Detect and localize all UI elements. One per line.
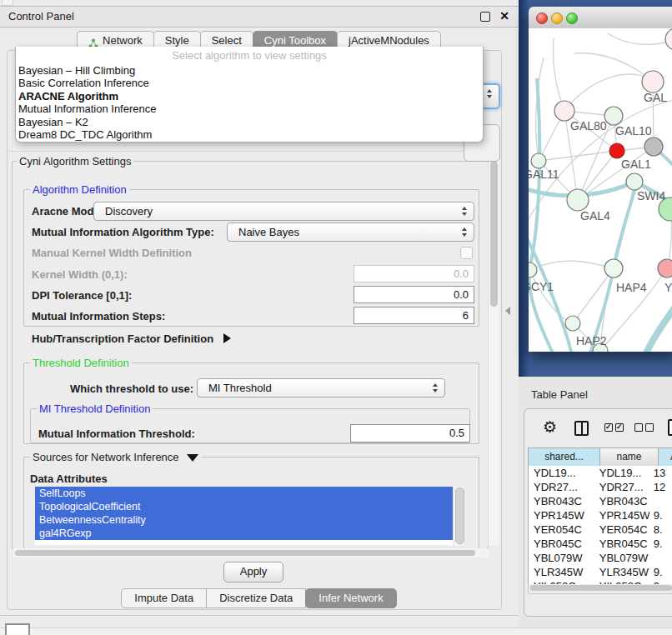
- tab-impute-data[interactable]: Impute Data: [121, 588, 207, 608]
- table-cell[interactable]: 9.: [649, 537, 672, 551]
- table-row[interactable]: YBR043CYBR043C: [529, 494, 672, 508]
- mi-steps-input[interactable]: 6: [354, 307, 474, 324]
- float-window-icon[interactable]: [480, 12, 490, 22]
- splitter-handle-icon[interactable]: [505, 307, 510, 315]
- table-toolbar: ⚙: [524, 414, 672, 444]
- hub-definition-toggle[interactable]: Hub/Transcription Factor Definition: [32, 332, 231, 345]
- attribute-list-item[interactable]: gal4RGexp: [35, 527, 453, 540]
- table-cell[interactable]: 9.: [649, 508, 672, 522]
- dpi-tolerance-label: DPI Tolerance [0,1]:: [32, 289, 132, 302]
- algorithm-option[interactable]: Mutual Information Inference: [16, 102, 483, 115]
- column-header-third[interactable]: A: [659, 448, 672, 466]
- network-edge: [608, 33, 672, 44]
- mi-algorithm-type-select[interactable]: Naive Bayes: [227, 222, 474, 242]
- attribute-list-item[interactable]: TopologicalCoefficient: [35, 500, 453, 513]
- settings-horizontal-scrollbar[interactable]: [13, 548, 489, 558]
- gear-icon[interactable]: ⚙: [543, 418, 557, 437]
- mi-threshold-input[interactable]: 0.5: [350, 424, 470, 442]
- which-threshold-select[interactable]: MI Threshold: [197, 378, 445, 398]
- node-label: GAL1: [621, 158, 651, 171]
- table-cell[interactable]: YPR145W: [595, 508, 649, 522]
- table-cell[interactable]: [649, 551, 672, 565]
- table-row[interactable]: YBR045CYBR045C9.: [529, 537, 672, 551]
- settings-vertical-scrollbar[interactable]: [488, 158, 499, 546]
- column-header-name[interactable]: name: [600, 448, 659, 466]
- network-node-hap2[interactable]: [565, 316, 580, 331]
- network-node-gal80[interactable]: [554, 101, 574, 121]
- unchecked-boxes-icon[interactable]: [634, 423, 654, 432]
- table-cell[interactable]: YBR043C: [595, 494, 649, 508]
- sources-legend[interactable]: Sources for Network Inference: [30, 451, 201, 463]
- tab-discretize-data[interactable]: Discretize Data: [206, 588, 306, 608]
- close-panel-icon[interactable]: ✕: [499, 9, 509, 22]
- network-node-hap4[interactable]: [604, 259, 623, 278]
- algorithm-option[interactable]: Bayesian – Hill Climbing: [16, 64, 483, 77]
- mi-threshold-definition-legend: MI Threshold Definition: [37, 402, 153, 415]
- network-node-gal10[interactable]: [604, 107, 623, 125]
- minimize-traffic-light[interactable]: [551, 12, 563, 24]
- network-node-gcy1[interactable]: [529, 262, 537, 278]
- network-node[interactable]: [644, 138, 663, 156]
- zoom-traffic-light[interactable]: [566, 12, 578, 24]
- scrollbar-thumb[interactable]: [15, 550, 475, 556]
- table-row[interactable]: YDR27...YDR27...12: [529, 480, 672, 494]
- document-icon[interactable]: [668, 419, 672, 436]
- table-cell[interactable]: YER054C: [595, 522, 649, 537]
- table-cell[interactable]: [649, 494, 672, 508]
- table-cell[interactable]: YDL19...: [595, 466, 649, 480]
- network-node-gal4[interactable]: [567, 189, 589, 211]
- table-cell[interactable]: 13: [649, 466, 672, 480]
- network-window-titlebar[interactable]: [529, 7, 672, 29]
- table-horizontal-scrollbar[interactable]: [528, 584, 672, 594]
- table-cell[interactable]: 8.: [649, 522, 672, 537]
- table-cell[interactable]: YBL079W: [529, 551, 595, 565]
- attribute-list-item[interactable]: SelfLoops: [35, 487, 453, 500]
- scrollbar-thumb[interactable]: [455, 488, 464, 544]
- table-row[interactable]: YER054CYER054C8.: [529, 522, 672, 537]
- table-cell[interactable]: 12: [649, 480, 672, 494]
- network-edge-thick: [529, 237, 572, 352]
- table-cell[interactable]: YPR145W: [529, 508, 595, 522]
- partial-corner-icon: [5, 623, 30, 635]
- scrollbar-thumb[interactable]: [490, 161, 498, 307]
- algorithm-option[interactable]: Dream8 DC_TDC Algorithm: [16, 128, 483, 141]
- columns-icon[interactable]: [574, 421, 589, 436]
- dpi-tolerance-input[interactable]: 0.0: [354, 286, 474, 303]
- table-cell[interactable]: 9.: [649, 565, 672, 579]
- table-cell[interactable]: YDL19...: [529, 466, 595, 480]
- column-header-shared[interactable]: shared...: [529, 448, 600, 466]
- table-cell[interactable]: YDR27...: [595, 480, 649, 494]
- network-node-swi4[interactable]: [626, 173, 643, 190]
- attributes-list-scrollbar[interactable]: [454, 487, 464, 545]
- network-node-y[interactable]: [658, 259, 672, 278]
- algorithm-option[interactable]: Basic Correlation Inference: [16, 77, 483, 89]
- network-node-gal11[interactable]: [531, 153, 546, 168]
- checked-boxes-icon[interactable]: [604, 423, 624, 432]
- network-node[interactable]: [665, 28, 672, 50]
- network-node-gal1[interactable]: [609, 143, 624, 158]
- algorithm-option[interactable]: ARACNE Algorithm: [16, 90, 483, 102]
- network-node-gal[interactable]: [642, 71, 664, 92]
- table-cell[interactable]: YLR345W: [595, 565, 649, 579]
- scrollbar-thumb[interactable]: [530, 585, 672, 591]
- table-row[interactable]: YLR345WYLR345W9.: [529, 565, 672, 579]
- kernel-width-input[interactable]: 0.0: [354, 265, 474, 282]
- table-row[interactable]: YDL19...YDL19...13: [529, 466, 672, 480]
- table-row[interactable]: YBL079WYBL079W: [529, 551, 672, 565]
- manual-kernel-checkbox[interactable]: [460, 247, 473, 259]
- table-cell[interactable]: YBR045C: [529, 537, 595, 551]
- network-canvas[interactable]: GALGAL80GAL10GAL1GAL11SWI4GAL4GCY1HAP4YH…: [529, 28, 672, 352]
- attribute-list-item[interactable]: BetweennessCentrality: [35, 513, 453, 527]
- table-cell[interactable]: YER054C: [529, 522, 595, 537]
- algorithm-option[interactable]: Bayesian – K2: [16, 116, 483, 128]
- apply-button[interactable]: Apply: [223, 562, 283, 582]
- tab-infer-network[interactable]: Infer Network: [305, 588, 396, 608]
- aracne-mode-select[interactable]: Discovery: [93, 202, 474, 221]
- table-cell[interactable]: YLR345W: [529, 565, 595, 579]
- table-cell[interactable]: YDR27...: [529, 480, 595, 494]
- table-cell[interactable]: YBL079W: [595, 551, 649, 565]
- table-cell[interactable]: YBR043C: [529, 494, 595, 508]
- table-cell[interactable]: YBR045C: [595, 537, 649, 551]
- close-traffic-light[interactable]: [536, 12, 548, 24]
- table-row[interactable]: YPR145WYPR145W9.: [529, 508, 672, 522]
